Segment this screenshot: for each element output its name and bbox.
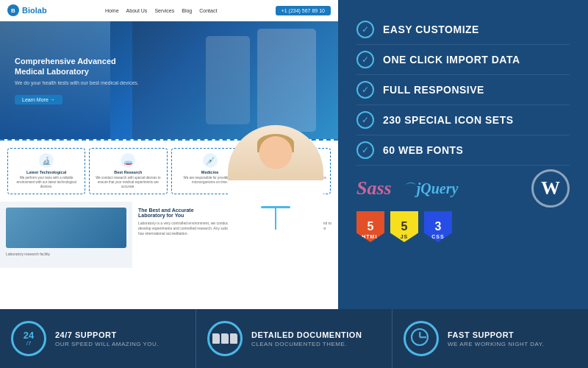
support-subtitle: OUR SPEED WILL AMAZING YOU.: [55, 341, 184, 347]
features-panel: ✓ EASY CUSTOMIZE ✓ ONE CLICK IMPORT DATA…: [338, 0, 588, 309]
check-icon-responsive: ✓: [356, 81, 374, 99]
doc-page-2: [221, 333, 229, 344]
preview-lab-image-section: Laboratory research facility: [0, 202, 132, 268]
docs-subtitle: CLEAN DOCUMENTED THEME.: [251, 341, 381, 347]
nav-link-services: Services: [154, 8, 174, 13]
check-icon-fonts: ✓: [356, 141, 374, 159]
feature-label-responsive: FULL RESPONSIVE: [383, 84, 484, 96]
css3-label: CSS: [431, 234, 444, 239]
css3-badge: 3 CSS: [424, 211, 452, 242]
feature-label-import: ONE CLICK IMPORT DATA: [383, 54, 520, 66]
card-text-tech: We perform your tests with a reliable en…: [11, 176, 82, 189]
html5-shield: 5 HTML: [356, 211, 384, 242]
check-icon-customize: ✓: [356, 21, 374, 38]
fast-support-subtitle: WE ARE WORKING NIGHT DAY.: [448, 341, 577, 347]
biolab-logo-icon: B: [7, 4, 19, 16]
sass-logo: Sass: [356, 177, 392, 199]
js5-label: JS: [401, 234, 409, 239]
doctor-image: [228, 125, 323, 309]
hero-subtitle: We do your health tests with our best me…: [15, 80, 139, 85]
fast-support-text-group: FAST SUPPORT WE ARE WORKING NIGHT DAY.: [448, 330, 577, 347]
support-text-group: 24/7 SUPPORT OUR SPEED WILL AMAZING YOU.: [55, 330, 184, 347]
bottom-bar: 24 /7 24/7 SUPPORT OUR SPEED WILL AMAZIN…: [0, 309, 588, 368]
24-7-icon: 24 /7: [24, 330, 34, 347]
doc-page-1: [212, 333, 220, 344]
feature-item-fonts: ✓ 60 WEB FONTS: [356, 135, 570, 166]
jquery-logo: ⌒ jQuery: [403, 180, 459, 197]
check-icon-import: ✓: [356, 51, 374, 68]
feature-item-customize: ✓ EASY CUSTOMIZE: [356, 15, 570, 45]
js5-number: 5: [401, 221, 408, 233]
clock-container: [411, 328, 431, 349]
bottom-lab-caption: Laboratory research facility: [6, 252, 126, 256]
nav-link-contact: Contact: [199, 8, 217, 13]
hero-text: Comprehensive AdvancedMedical Laboratory…: [15, 56, 139, 105]
tech-logos-row1: Sass ⌒ jQuery W: [356, 169, 570, 208]
card-icon-tech: 🔬: [39, 153, 54, 168]
html5-number: 5: [368, 221, 374, 233]
support-icon: 24 /7: [11, 321, 46, 356]
clock-minute-hand: [420, 336, 426, 338]
feature-item-import: ✓ ONE CLICK IMPORT DATA: [356, 45, 570, 75]
doc-page-3: [230, 333, 237, 344]
preview-hero: Comprehensive AdvancedMedical Laboratory…: [0, 21, 338, 139]
card-research: 🧫 Best Research We conduct research with…: [89, 148, 167, 194]
preview-phone-btn: +1 (234) 567 89 10: [276, 6, 331, 15]
card-title-research: Best Research: [93, 170, 163, 174]
fast-support-title: FAST SUPPORT: [448, 330, 577, 339]
preview-navbar: B Biolab Home About Us Services Blog Con…: [0, 0, 338, 21]
fast-support-icon: [404, 321, 439, 356]
document-icon: [212, 333, 237, 344]
wordpress-logo: W: [531, 169, 570, 208]
nav-link-about: About Us: [126, 8, 148, 13]
bottom-item-docs: DETAILED DOCUMENTION CLEAN DOCUMENTED TH…: [196, 309, 392, 368]
card-icon-medicine: 💉: [203, 153, 218, 168]
feature-label-icons: 230 SPECIAL ICON SETS: [383, 114, 514, 126]
feature-label-customize: EASY CUSTOMIZE: [383, 24, 479, 35]
nav-link-blog: Blog: [182, 8, 192, 13]
docs-text-group: DETAILED DOCUMENTION CLEAN DOCUMENTED TH…: [251, 330, 381, 347]
check-icon-icons: ✓: [356, 111, 374, 129]
js5-badge: 5 JS: [390, 211, 418, 242]
bottom-item-support: 24 /7 24/7 SUPPORT OUR SPEED WILL AMAZIN…: [0, 309, 196, 368]
preview-logo-text: Biolab: [22, 6, 47, 15]
website-preview-panel: B Biolab Home About Us Services Blog Con…: [0, 0, 338, 309]
nav-link-home: Home: [105, 8, 119, 13]
clock-icon: [411, 328, 429, 346]
card-technology: 🔬 Latest Technological We perform your t…: [7, 148, 85, 194]
preview-nav-links: Home About Us Services Blog Contact: [105, 8, 217, 13]
support-title: 24/7 SUPPORT: [55, 330, 184, 339]
hero-title: Comprehensive AdvancedMedical Laboratory: [15, 56, 139, 77]
css3-shield: 3 CSS: [424, 211, 452, 242]
card-text-research: We conduct research with special devices…: [93, 176, 163, 189]
hero-cta-button: Learn More →: [15, 95, 62, 105]
tech-logos-row2: 5 HTML 5 JS 3 CSS: [356, 211, 570, 242]
html5-label: HTML: [362, 234, 379, 239]
feature-item-responsive: ✓ FULL RESPONSIVE: [356, 75, 570, 105]
js5-shield: 5 JS: [390, 211, 418, 242]
card-icon-research: 🧫: [121, 153, 135, 168]
feature-label-fonts: 60 WEB FONTS: [383, 144, 463, 156]
css3-number: 3: [435, 221, 442, 233]
docs-icon: [207, 321, 243, 356]
feature-item-icons: ✓ 230 SPECIAL ICON SETS: [356, 105, 570, 135]
website-preview: B Biolab Home About Us Services Blog Con…: [0, 0, 338, 309]
preview-logo: B Biolab: [7, 4, 47, 16]
docs-title: DETAILED DOCUMENTION: [251, 330, 381, 339]
bottom-item-fast-support: FAST SUPPORT WE ARE WORKING NIGHT DAY.: [392, 309, 588, 368]
card-title-tech: Latest Technological: [11, 170, 82, 174]
html5-badge: 5 HTML: [356, 211, 384, 242]
bottom-lab-image: [6, 208, 126, 248]
